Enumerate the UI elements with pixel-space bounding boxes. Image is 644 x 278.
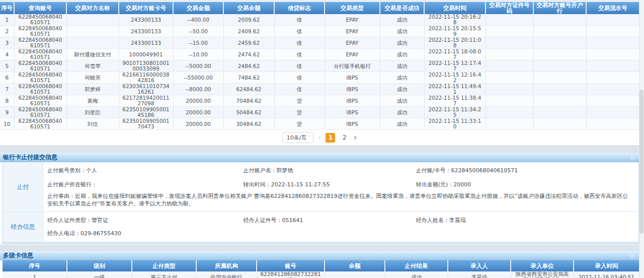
table-cell: --400.00 (173, 14, 223, 26)
column-header: 止付结果 (385, 260, 448, 271)
table-cell (533, 49, 586, 60)
field-label: 经办人姓名： (416, 217, 449, 224)
section-options-icon[interactable]: ▤ (630, 253, 635, 258)
table-cell: 6228450068040610571 (14, 14, 66, 26)
table-cell: --8000.00 (173, 84, 223, 95)
table-cell (533, 37, 586, 49)
field-handler-name: 经办人姓名：李晨琨 (416, 217, 632, 224)
table-cell: 成功 (380, 107, 424, 118)
stop-payment-section-title: 银行卡止付提交信息 (3, 153, 57, 162)
chevron-down-icon: ˅ (308, 135, 310, 139)
table-cell: 贷 (274, 118, 325, 130)
table-cell: 1 (0, 14, 14, 26)
table-row: 106228450068040610571刘佳62350109905001704… (0, 118, 639, 130)
table-cell: 2022-11-15 12:16:42 (424, 72, 486, 84)
field-label: 经办人证件类型： (47, 217, 92, 224)
table-cell: IBPS (325, 95, 380, 107)
table-cell: 6228450068040610571 (14, 84, 66, 95)
column-header: 交易类型 (325, 2, 380, 14)
column-header: 序号 (3, 260, 67, 271)
field-value: 个人 (86, 167, 97, 174)
table-cell (586, 60, 639, 72)
field-value: 郭梦艳 (277, 167, 293, 174)
table-cell: 6228450068040610571 (14, 60, 66, 72)
table-cell: 郭梦婷 (66, 84, 119, 95)
table-cell (533, 107, 586, 118)
field-label: 止付账户所在银行： (47, 181, 97, 188)
table-cell: 何雪琴 (66, 60, 119, 72)
table-cell (325, 271, 385, 278)
table-cell: 借 (274, 14, 325, 26)
field-value: 2022-11-15 11:27:55 (271, 181, 330, 188)
field-label: 止付账/卡号： (416, 167, 451, 174)
column-header: 交易是否成功 (380, 2, 424, 14)
table-cell: 借 (274, 72, 325, 84)
field-value: 20000 (453, 181, 471, 188)
field-value: 029-86755430 (80, 230, 121, 237)
table-cell (486, 37, 533, 49)
table-cell (486, 84, 533, 95)
table-cell: 2022-11-15 11:33:10 (424, 118, 486, 130)
table-row: 26228450068040610571243300133--50.002409… (0, 26, 639, 37)
stop-payment-section-header: 银行卡止付提交信息 ▤ (0, 152, 639, 162)
table-cell (486, 72, 533, 84)
page-button-2[interactable]: 2 (340, 133, 349, 143)
table-cell: 6228450068040610571 (14, 118, 66, 130)
table-cell (586, 72, 639, 84)
table-cell (586, 84, 639, 95)
multilevel-card-section-title: 多级卡信息 (3, 251, 33, 260)
field-card-no: 止付账/卡号：6228450068040610571 (416, 167, 632, 174)
table-cell (66, 26, 119, 37)
table-cell: 20000.00 (173, 118, 223, 130)
table-cell (586, 107, 639, 118)
column-header: 所属机构 (196, 260, 257, 271)
table-cell (586, 26, 639, 37)
table-cell (533, 72, 586, 84)
table-cell: 62484.62 (223, 84, 274, 95)
table-row: 56228450068040610571何雪琴90107130801001000… (0, 60, 639, 72)
table-cell: 6228412860827322819 (257, 271, 325, 278)
table-cell: 2022-11-15 11:38:47 (424, 95, 486, 107)
transaction-table: 序号查询账号交易对方名称交易对方账卡号交易金额交易余额借贷标志交易类型交易是否成… (0, 2, 639, 130)
page-size-label: 10条/页 (287, 134, 307, 142)
table-cell: 2022-11-15 11:49:41 (424, 84, 486, 95)
table-cell: --10.00 (173, 49, 223, 60)
column-header: 录入人 (448, 260, 511, 271)
next-page-button[interactable]: › (354, 134, 357, 142)
stop-group-fields: 止付账号类别：个人 止付账户名：郭梦艳 止付账/卡号：6228450068040… (43, 162, 638, 212)
table-cell: 6228450068040610571 (14, 49, 66, 60)
field-handler-phone: 经办人电话：029-86755430 (47, 230, 244, 237)
table-cell: 2022-11-16 03:40:51 (574, 271, 639, 278)
column-header: 查询账号 (14, 2, 66, 14)
page-button-1[interactable]: 1 (326, 133, 335, 143)
table-row: 86228450068040610571黄梅621728194200112709… (0, 95, 639, 107)
page-size-select[interactable]: 10条/页 ˅ (282, 132, 314, 143)
section-divider (0, 145, 644, 152)
table-cell: 李晨琨 (448, 271, 511, 278)
field-label: 转出金额(元)： (416, 181, 454, 188)
table-cell: 6216611600003842816 (119, 72, 173, 84)
table-cell (533, 60, 586, 72)
table-cell: 9 (0, 107, 14, 118)
table-cell (486, 118, 533, 130)
table-cell: IBPS (325, 84, 380, 95)
table-cell: 成功 (385, 271, 448, 278)
column-header: 录入单位 (511, 260, 574, 271)
table-cell: 2459.62 (223, 37, 274, 49)
table-cell: 7484.62 (223, 72, 274, 84)
table-cell: 借 (274, 26, 325, 37)
scrollbar-thumb[interactable] (639, 90, 643, 234)
table-cell: 分行版手机银行 (325, 60, 380, 72)
scrollbar-track[interactable] (639, 0, 644, 278)
column-header: 交易时间 (424, 2, 486, 14)
field-label: 止付账号类别： (47, 167, 86, 174)
prev-page-button[interactable]: ‹ (318, 134, 321, 142)
section-options-icon[interactable]: ▤ (630, 155, 635, 160)
table-cell: 5 (0, 60, 14, 72)
table-cell: 财付通微信支付 (66, 49, 119, 60)
table-cell: 70484.62 (223, 95, 274, 107)
table-cell: 1000049901 (119, 49, 173, 60)
table-cell: 第三方止付 (132, 271, 196, 278)
field-label: 止付账户名： (244, 167, 277, 174)
multilevel-card-table: 序号级别止付类型所属机构账号余额止付结果录入人录入单位录入时间1一级第三方止付中… (3, 260, 639, 278)
